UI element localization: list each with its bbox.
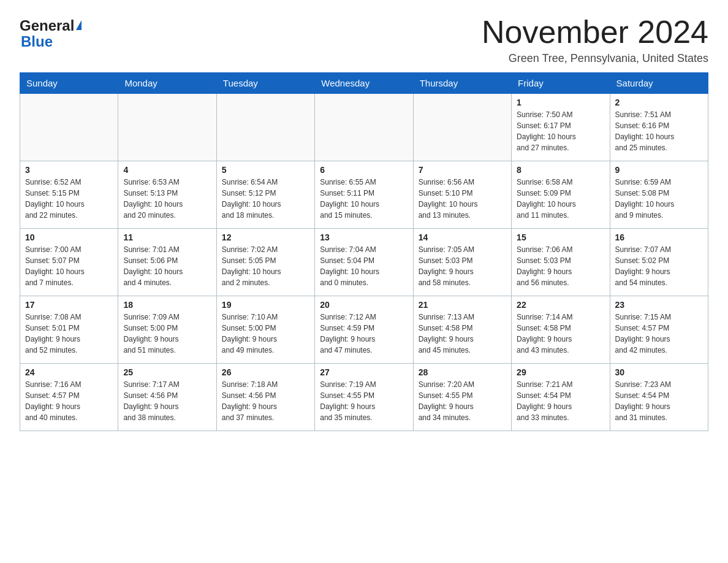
day-number: 30	[615, 367, 703, 377]
header-tuesday: Tuesday	[216, 73, 314, 94]
logo-triangle-icon	[76, 20, 82, 30]
day-info: Sunrise: 7:08 AM Sunset: 5:01 PM Dayligh…	[25, 312, 113, 356]
day-number: 28	[419, 367, 506, 377]
table-row: 6Sunrise: 6:55 AM Sunset: 5:11 PM Daylig…	[315, 161, 413, 229]
day-info: Sunrise: 7:14 AM Sunset: 4:58 PM Dayligh…	[517, 312, 604, 356]
day-info: Sunrise: 7:23 AM Sunset: 4:54 PM Dayligh…	[615, 379, 703, 423]
table-row: 5Sunrise: 6:54 AM Sunset: 5:12 PM Daylig…	[216, 161, 314, 229]
day-info: Sunrise: 7:06 AM Sunset: 5:03 PM Dayligh…	[517, 244, 604, 288]
day-number: 11	[123, 232, 211, 242]
logo: General Blue	[20, 15, 82, 50]
header-friday: Friday	[512, 73, 610, 94]
table-row: 2Sunrise: 7:51 AM Sunset: 6:16 PM Daylig…	[610, 94, 708, 161]
day-number: 12	[222, 232, 309, 242]
location-subtitle: Green Tree, Pennsylvania, United States	[482, 52, 708, 65]
day-number: 16	[615, 232, 703, 242]
table-row: 10Sunrise: 7:00 AM Sunset: 5:07 PM Dayli…	[20, 229, 118, 296]
day-info: Sunrise: 7:20 AM Sunset: 4:55 PM Dayligh…	[419, 379, 506, 423]
calendar-table: Sunday Monday Tuesday Wednesday Thursday…	[20, 72, 708, 431]
day-info: Sunrise: 7:01 AM Sunset: 5:06 PM Dayligh…	[123, 244, 211, 288]
day-info: Sunrise: 7:50 AM Sunset: 6:17 PM Dayligh…	[517, 109, 604, 153]
header-monday: Monday	[118, 73, 216, 94]
header-thursday: Thursday	[413, 73, 511, 94]
day-info: Sunrise: 6:59 AM Sunset: 5:08 PM Dayligh…	[615, 177, 703, 221]
day-number: 4	[123, 165, 211, 175]
header-saturday: Saturday	[610, 73, 708, 94]
table-row: 9Sunrise: 6:59 AM Sunset: 5:08 PM Daylig…	[610, 161, 708, 229]
day-number: 7	[419, 165, 506, 175]
table-row: 12Sunrise: 7:02 AM Sunset: 5:05 PM Dayli…	[216, 229, 314, 296]
table-row: 8Sunrise: 6:58 AM Sunset: 5:09 PM Daylig…	[512, 161, 610, 229]
table-row: 21Sunrise: 7:13 AM Sunset: 4:58 PM Dayli…	[413, 296, 511, 364]
table-row: 22Sunrise: 7:14 AM Sunset: 4:58 PM Dayli…	[512, 296, 610, 364]
table-row: 14Sunrise: 7:05 AM Sunset: 5:03 PM Dayli…	[413, 229, 511, 296]
table-row: 27Sunrise: 7:19 AM Sunset: 4:55 PM Dayli…	[315, 364, 413, 431]
day-number: 20	[320, 300, 408, 310]
table-row: 28Sunrise: 7:20 AM Sunset: 4:55 PM Dayli…	[413, 364, 511, 431]
day-number: 26	[222, 367, 309, 377]
day-number: 24	[25, 367, 113, 377]
day-number: 9	[615, 165, 703, 175]
day-info: Sunrise: 7:05 AM Sunset: 5:03 PM Dayligh…	[419, 244, 506, 288]
title-block: November 2024 Green Tree, Pennsylvania, …	[482, 15, 708, 65]
table-row: 24Sunrise: 7:16 AM Sunset: 4:57 PM Dayli…	[20, 364, 118, 431]
day-info: Sunrise: 7:18 AM Sunset: 4:56 PM Dayligh…	[222, 379, 309, 423]
day-number: 17	[25, 300, 113, 310]
day-number: 8	[517, 165, 604, 175]
calendar-week-row: 24Sunrise: 7:16 AM Sunset: 4:57 PM Dayli…	[20, 364, 708, 431]
day-info: Sunrise: 7:15 AM Sunset: 4:57 PM Dayligh…	[615, 312, 703, 356]
table-row	[118, 94, 216, 161]
day-info: Sunrise: 7:00 AM Sunset: 5:07 PM Dayligh…	[25, 244, 113, 288]
day-number: 13	[320, 232, 408, 242]
table-row: 7Sunrise: 6:56 AM Sunset: 5:10 PM Daylig…	[413, 161, 511, 229]
header-wednesday: Wednesday	[315, 73, 413, 94]
day-info: Sunrise: 7:12 AM Sunset: 4:59 PM Dayligh…	[320, 312, 408, 356]
day-info: Sunrise: 6:54 AM Sunset: 5:12 PM Dayligh…	[222, 177, 309, 221]
day-number: 3	[25, 165, 113, 175]
day-number: 22	[517, 300, 604, 310]
calendar-week-row: 10Sunrise: 7:00 AM Sunset: 5:07 PM Dayli…	[20, 229, 708, 296]
day-number: 5	[222, 165, 309, 175]
day-info: Sunrise: 6:58 AM Sunset: 5:09 PM Dayligh…	[517, 177, 604, 221]
day-number: 23	[615, 300, 703, 310]
day-number: 10	[25, 232, 113, 242]
calendar-week-row: 1Sunrise: 7:50 AM Sunset: 6:17 PM Daylig…	[20, 94, 708, 161]
day-info: Sunrise: 6:53 AM Sunset: 5:13 PM Dayligh…	[123, 177, 211, 221]
logo-blue-text: Blue	[21, 33, 53, 50]
page-header: General Blue November 2024 Green Tree, P…	[20, 15, 708, 65]
table-row: 19Sunrise: 7:10 AM Sunset: 5:00 PM Dayli…	[216, 296, 314, 364]
day-number: 1	[517, 98, 604, 107]
day-number: 14	[419, 232, 506, 242]
day-info: Sunrise: 7:09 AM Sunset: 5:00 PM Dayligh…	[123, 312, 211, 356]
day-info: Sunrise: 7:07 AM Sunset: 5:02 PM Dayligh…	[615, 244, 703, 288]
day-number: 15	[517, 232, 604, 242]
day-number: 6	[320, 165, 408, 175]
day-number: 21	[419, 300, 506, 310]
table-row: 3Sunrise: 6:52 AM Sunset: 5:15 PM Daylig…	[20, 161, 118, 229]
day-info: Sunrise: 7:16 AM Sunset: 4:57 PM Dayligh…	[25, 379, 113, 423]
table-row: 11Sunrise: 7:01 AM Sunset: 5:06 PM Dayli…	[118, 229, 216, 296]
table-row	[315, 94, 413, 161]
day-info: Sunrise: 7:13 AM Sunset: 4:58 PM Dayligh…	[419, 312, 506, 356]
day-info: Sunrise: 7:21 AM Sunset: 4:54 PM Dayligh…	[517, 379, 604, 423]
day-number: 19	[222, 300, 309, 310]
table-row	[216, 94, 314, 161]
calendar-week-row: 17Sunrise: 7:08 AM Sunset: 5:01 PM Dayli…	[20, 296, 708, 364]
month-year-title: November 2024	[482, 15, 708, 50]
table-row: 25Sunrise: 7:17 AM Sunset: 4:56 PM Dayli…	[118, 364, 216, 431]
day-info: Sunrise: 7:10 AM Sunset: 5:00 PM Dayligh…	[222, 312, 309, 356]
table-row: 15Sunrise: 7:06 AM Sunset: 5:03 PM Dayli…	[512, 229, 610, 296]
day-info: Sunrise: 7:04 AM Sunset: 5:04 PM Dayligh…	[320, 244, 408, 288]
table-row: 29Sunrise: 7:21 AM Sunset: 4:54 PM Dayli…	[512, 364, 610, 431]
day-info: Sunrise: 7:51 AM Sunset: 6:16 PM Dayligh…	[615, 109, 703, 153]
day-number: 2	[615, 98, 703, 107]
logo-general-text: General	[20, 17, 74, 34]
table-row: 18Sunrise: 7:09 AM Sunset: 5:00 PM Dayli…	[118, 296, 216, 364]
table-row: 30Sunrise: 7:23 AM Sunset: 4:54 PM Dayli…	[610, 364, 708, 431]
day-info: Sunrise: 7:02 AM Sunset: 5:05 PM Dayligh…	[222, 244, 309, 288]
day-number: 27	[320, 367, 408, 377]
table-row: 26Sunrise: 7:18 AM Sunset: 4:56 PM Dayli…	[216, 364, 314, 431]
calendar-week-row: 3Sunrise: 6:52 AM Sunset: 5:15 PM Daylig…	[20, 161, 708, 229]
day-info: Sunrise: 7:17 AM Sunset: 4:56 PM Dayligh…	[123, 379, 211, 423]
table-row	[20, 94, 118, 161]
